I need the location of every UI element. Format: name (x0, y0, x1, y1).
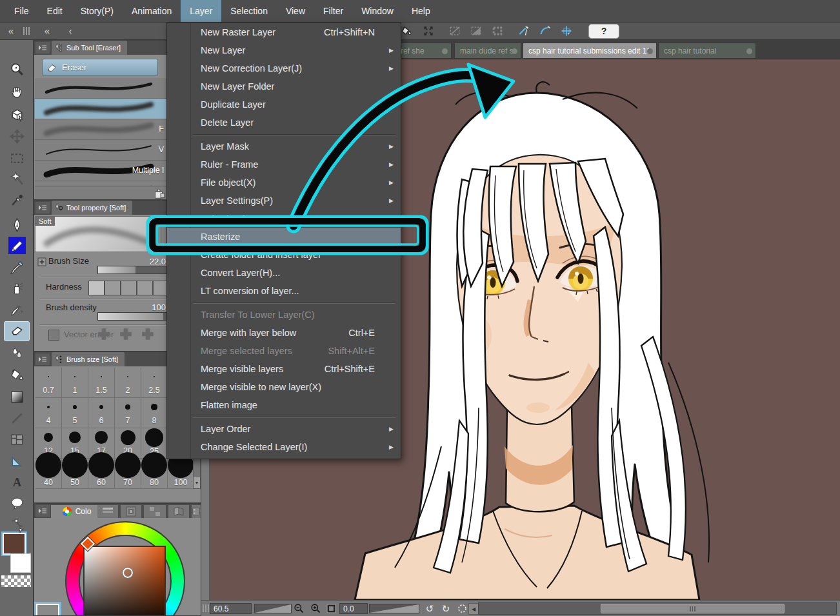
history-back-icon[interactable]: ‹ (62, 24, 79, 38)
menu-item-create-folder-and-insert-layer[interactable]: Create folder and insert layer (167, 246, 401, 264)
brush-size-cell-60[interactable]: 60 (88, 459, 115, 489)
brush-size-cell-4[interactable]: 4 (35, 398, 62, 428)
snap-grid-icon[interactable] (558, 24, 575, 38)
brush-size-cell-5[interactable]: 5 (62, 398, 88, 428)
scroll-left-icon[interactable]: ◀ (468, 603, 479, 615)
tool-figure[interactable] (4, 408, 30, 428)
document-tab-csp-hair-tutorial-submissions-edit-1[interactable]: csp hair tutorial submissions edit 1* (523, 43, 657, 59)
vector-eraser-checkbox[interactable] (48, 330, 59, 341)
tab-color-slider[interactable] (97, 505, 118, 518)
menu-file[interactable]: File (5, 0, 38, 22)
document-tab-csp-hair-tutorial[interactable]: csp hair tutorial (658, 43, 756, 59)
rotation-slider[interactable] (369, 604, 419, 613)
expand-plus-icon[interactable] (37, 257, 46, 266)
hardness-step-1[interactable] (88, 281, 105, 295)
tool-blend[interactable] (4, 343, 30, 363)
tool-ruler[interactable] (4, 451, 30, 471)
brush-size-cell-8[interactable]: 8 (141, 398, 168, 428)
menu-item-new-raster-layer[interactable]: New Raster LayerCtrl+Shift+N (167, 23, 401, 41)
tab-close-icon[interactable] (512, 48, 517, 54)
snap-ruler-icon[interactable] (515, 24, 532, 38)
menu-item-new-correction-layer-j[interactable]: New Correction Layer(J)▶ (167, 59, 401, 77)
document-tab-ref-she[interactable]: ref she (395, 43, 452, 59)
zoom-out-icon[interactable] (292, 602, 306, 615)
menu-item-merge-visible-layers[interactable]: Merge visible layersCtrl+Shift+E (167, 360, 401, 378)
tab-close-icon[interactable] (442, 48, 448, 54)
brush-size-cell-6[interactable]: 6 (88, 398, 115, 428)
document-tab-main-dude-ref-s[interactable]: main dude ref s (454, 43, 521, 59)
scale-rotate-icon[interactable] (420, 24, 437, 38)
fit-to-screen-icon[interactable] (324, 602, 338, 615)
statusbar-grip[interactable] (203, 604, 209, 612)
tab-color-set[interactable] (121, 505, 141, 518)
menu-story-p[interactable]: Story(P) (72, 0, 123, 22)
tool-brush[interactable] (4, 257, 30, 277)
horizontal-scroll-thumb[interactable] (601, 604, 785, 613)
menu-item-layer-settings-p[interactable]: Layer Settings(P)▶ (167, 192, 401, 210)
panel-menu-icon[interactable] (35, 505, 50, 517)
menu-item-merge-visible-to-new-layer-x[interactable]: Merge visible to new layer(X) (167, 378, 401, 396)
reset-rotation-icon[interactable] (455, 602, 469, 615)
menu-item-selection-from-layer[interactable]: Selection from Layer▶ (167, 210, 401, 228)
menu-item-delete-layer[interactable]: Delete Layer (167, 114, 401, 132)
tab-color-mixing[interactable] (144, 505, 166, 518)
panel-grip-icon[interactable] (23, 27, 30, 35)
menu-window[interactable]: Window (352, 0, 403, 22)
rotation-value[interactable]: 0.0 (339, 603, 368, 614)
tool-operate[interactable] (4, 104, 30, 124)
brush-density-slider[interactable] (97, 312, 167, 321)
tool-pen[interactable] (4, 215, 30, 235)
background-color-swatch[interactable] (10, 553, 31, 573)
sv-cursor[interactable] (123, 568, 133, 578)
panel-menu-icon[interactable] (35, 202, 50, 214)
tool-correct-line[interactable] (4, 515, 30, 535)
menu-edit[interactable]: Edit (38, 0, 72, 22)
tool-gradient[interactable] (4, 387, 30, 407)
collapse-panel-icon[interactable]: « (39, 24, 55, 38)
sub-tool-panel-tab[interactable]: Sub Tool [Eraser] (52, 41, 127, 55)
menu-item-lt-conversion-of-layer[interactable]: LT conversion of layer... (167, 282, 401, 300)
menu-item-new-layer[interactable]: New Layer▶ (167, 41, 401, 59)
brush-size-cell-40[interactable]: 40 (35, 459, 62, 489)
menu-item-layer-mask[interactable]: Layer Mask▶ (167, 137, 401, 155)
rotate-ccw-icon[interactable]: ↺ (423, 602, 437, 615)
menu-item-convert-layer-h[interactable]: Convert Layer(H)... (167, 264, 401, 282)
menu-item-file-object-x[interactable]: File object(X)▶ (167, 174, 401, 192)
tool-eraser[interactable] (4, 321, 30, 341)
lock-settings-icon[interactable] (154, 188, 165, 199)
menu-item-new-layer-folder[interactable]: New Layer Folder (167, 77, 401, 95)
brush-size-tab[interactable]: Brush size [Soft] (52, 352, 125, 366)
brush-size-slider[interactable] (97, 266, 167, 274)
brush-size-cell-100[interactable]: 100 (168, 459, 194, 489)
collapse-panel-icon[interactable]: « (3, 24, 19, 38)
tab-approx-color[interactable] (168, 505, 189, 518)
tool-fill[interactable] (4, 365, 30, 385)
menu-selection[interactable]: Selection (221, 0, 277, 22)
tool-auto-select[interactable] (4, 169, 30, 189)
brush-size-cell-70[interactable]: 70 (115, 459, 141, 489)
hardness-step-2[interactable] (105, 281, 121, 295)
vector-eraser-mode-2-icon[interactable] (118, 327, 134, 341)
menu-view[interactable]: View (277, 0, 314, 22)
help-button[interactable]: ? (588, 24, 619, 39)
brush-size-cell-0-7[interactable]: 0.7 (35, 368, 62, 398)
menu-animation[interactable]: Animation (123, 0, 181, 22)
tool-airbrush[interactable] (4, 279, 30, 299)
tool-decoration[interactable] (4, 300, 30, 320)
tab-color-history[interactable] (192, 505, 201, 518)
brush-size-cell-50[interactable]: 50 (62, 459, 88, 489)
tool-hand[interactable] (4, 83, 30, 103)
panel-menu-icon[interactable] (35, 42, 50, 54)
rotate-cw-icon[interactable]: ↻ (439, 602, 453, 615)
tool-zoom[interactable] (4, 59, 30, 79)
current-color-swatch[interactable] (36, 604, 59, 616)
tool-eyedropper[interactable] (4, 190, 30, 210)
tool-pencil[interactable] (4, 236, 30, 256)
foreground-color-swatch[interactable] (3, 533, 26, 555)
tab-close-icon[interactable] (647, 48, 653, 54)
hardness-step-3[interactable] (121, 281, 137, 295)
brush-size-cell-2[interactable]: 2 (115, 368, 141, 398)
transparent-color-swatch[interactable] (1, 575, 31, 587)
menu-item-rasterize[interactable]: Rasterize (167, 228, 401, 246)
brush-size-cell-80[interactable]: 80 (141, 459, 168, 489)
